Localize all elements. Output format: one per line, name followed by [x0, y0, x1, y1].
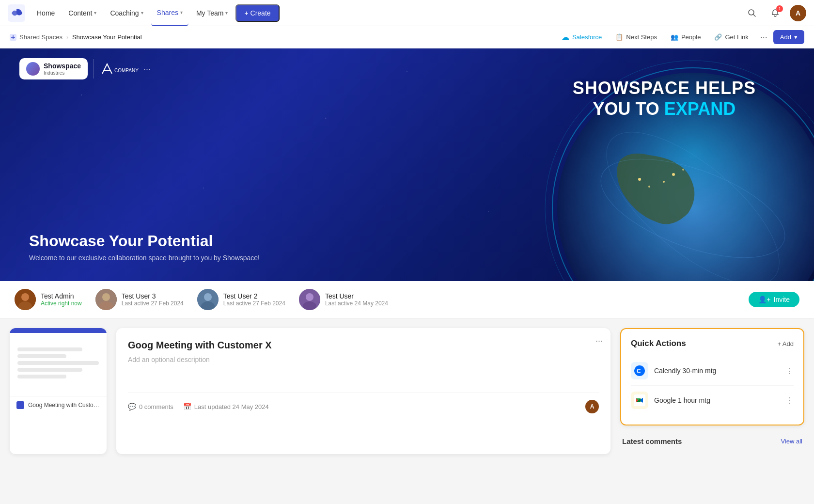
- calendar-icon: 📅: [183, 403, 191, 410]
- add-dropdown-arrow: ▾: [794, 33, 798, 41]
- user-avatar[interactable]: A: [790, 5, 806, 21]
- hero-title: Showcase Your Potential: [29, 232, 260, 250]
- view-all-button[interactable]: View all: [781, 438, 802, 445]
- more-actions-button[interactable]: ···: [756, 29, 771, 45]
- doc-line-3: [17, 361, 99, 365]
- doc-lines: [17, 347, 99, 381]
- showspace-logo: Showspace Industries: [19, 58, 88, 79]
- doc-footer-text: Goog Meeting with Customer ...: [28, 402, 100, 409]
- doc-line-5: [17, 375, 66, 378]
- main-content: Goog Meeting with Customer ... ··· Goog …: [0, 318, 814, 464]
- svg-point-16: [21, 293, 29, 301]
- user-status-user2: Last active 27 Feb 2024: [223, 300, 285, 307]
- get-link-button[interactable]: 🔗 Get Link: [708, 31, 754, 44]
- hero-tagline: SHOWSPACE HELPS YOU TO EXPAND: [573, 78, 756, 119]
- hero-banner: Showspace Industries COMPANY ··· SHOWSPA…: [0, 48, 814, 281]
- invite-button[interactable]: 👤+ Invite: [749, 292, 799, 307]
- qa-item-google-options[interactable]: ⋮: [786, 396, 794, 405]
- hero-tagline-accent: EXPAND: [664, 99, 736, 119]
- doc-title: Goog Meeting with Customer X: [128, 340, 599, 351]
- user-info-user3: Test User 3 Last active 27 Feb 2024: [122, 292, 184, 307]
- doc-line-2: [17, 354, 66, 358]
- user-info-user: Test User Last active 24 May 2024: [325, 292, 388, 307]
- svg-point-10: [638, 178, 641, 181]
- user-item-user: Test User Last active 24 May 2024: [299, 289, 388, 310]
- users-bar: Test Admin Active right now Test User 3 …: [0, 281, 814, 318]
- svg-point-12: [663, 181, 665, 183]
- svg-point-1: [749, 10, 754, 15]
- doc-comments-count: 0 comments: [139, 403, 173, 410]
- myteam-dropdown-arrow: ▾: [225, 10, 228, 16]
- people-button[interactable]: 👥 People: [665, 31, 706, 44]
- svg-text:C: C: [637, 368, 641, 375]
- qa-item-calendly-options[interactable]: ⋮: [786, 366, 794, 376]
- breadcrumb-bar: Shared Spaces › Showcase Your Potential …: [0, 26, 814, 48]
- salesforce-button[interactable]: ☁ Salesforce: [556, 30, 608, 45]
- nav-item-home[interactable]: Home: [31, 0, 61, 26]
- app-logo[interactable]: [8, 4, 25, 22]
- user-status-user: Last active 24 May 2024: [325, 300, 388, 307]
- user-avatar-admin[interactable]: [15, 289, 36, 310]
- doc-thumbnail-header: [10, 328, 107, 333]
- qa-item-calendly: C Calendly 30-min mtg ⋮: [631, 356, 794, 386]
- breadcrumb-actions: ☁ Salesforce 📋 Next Steps 👥 People 🔗 Get…: [556, 29, 804, 45]
- logo-circle: [26, 62, 40, 76]
- top-navigation: Home Content ▾ Coaching ▾ Shares ▾ My Te…: [0, 0, 814, 26]
- svg-text:COMPANY: COMPANY: [114, 68, 139, 73]
- company-logo-svg: COMPANY: [100, 62, 139, 76]
- hero-text-area: Showcase Your Potential Welcome to our e…: [29, 232, 260, 262]
- quick-actions-panel: Quick Actions + Add C Calendly 30-min mt…: [620, 328, 804, 454]
- doc-thumbnail-card: Goog Meeting with Customer ...: [10, 328, 107, 454]
- logo-sub: Industries: [44, 70, 81, 76]
- invite-icon: 👤+: [758, 296, 770, 303]
- doc-options-button[interactable]: ···: [595, 336, 603, 346]
- qa-item-google-label: Google 1 hour mtg: [654, 396, 780, 404]
- qa-header: Quick Actions + Add: [631, 339, 794, 348]
- create-button[interactable]: + Create: [235, 4, 279, 22]
- nav-item-shares[interactable]: Shares ▾: [151, 0, 188, 26]
- salesforce-icon: ☁: [562, 32, 569, 42]
- user-name-user2: Test User 2: [223, 292, 285, 300]
- qa-title: Quick Actions: [631, 339, 686, 348]
- user-name-user3: Test User 3: [122, 292, 184, 300]
- svg-point-13: [672, 173, 675, 176]
- user-avatar-user[interactable]: [299, 289, 320, 310]
- doc-thumbnail-footer: Goog Meeting with Customer ...: [10, 396, 107, 414]
- doc-meta: 💬 0 comments 📅 Last updated 24 May 2024 …: [128, 393, 599, 413]
- nav-item-myteam[interactable]: My Team ▾: [190, 0, 234, 26]
- qa-item-google: Google 1 hour mtg ⋮: [631, 386, 794, 415]
- nav-item-content[interactable]: Content ▾: [63, 0, 102, 26]
- doc-line-1: [17, 347, 82, 351]
- latest-comments-section: Latest comments View all: [620, 435, 804, 447]
- qa-add-button[interactable]: + Add: [777, 340, 794, 347]
- next-steps-button[interactable]: 📋 Next Steps: [610, 31, 663, 44]
- user-avatar-user2[interactable]: [197, 289, 219, 310]
- hero-more-button[interactable]: ···: [143, 64, 151, 74]
- user-item-user3: Test User 3 Last active 27 Feb 2024: [95, 289, 184, 310]
- company-logo: COMPANY ···: [100, 62, 151, 76]
- add-button[interactable]: Add ▾: [773, 30, 804, 44]
- search-button[interactable]: [743, 4, 761, 22]
- link-icon: 🔗: [714, 33, 722, 41]
- logo-divider: [94, 59, 94, 79]
- doc-footer-icon: [16, 401, 24, 409]
- breadcrumb-shared-spaces[interactable]: Shared Spaces: [10, 33, 63, 41]
- doc-detail-card: ··· Goog Meeting with Customer X Add an …: [116, 328, 610, 454]
- notifications-button[interactable]: 1: [767, 4, 784, 22]
- hero-logo-area: Showspace Industries COMPANY ···: [19, 58, 151, 79]
- notification-count-badge: 1: [776, 5, 783, 12]
- user-info-admin: Test Admin Active right now: [41, 292, 82, 307]
- user-avatar-user3[interactable]: [95, 289, 117, 310]
- nav-item-coaching[interactable]: Coaching ▾: [104, 0, 149, 26]
- content-dropdown-arrow: ▾: [94, 10, 96, 16]
- doc-date-meta: 📅 Last updated 24 May 2024: [183, 403, 269, 410]
- next-steps-icon: 📋: [615, 33, 623, 41]
- doc-thumbnail-body: [10, 333, 107, 396]
- google-icon: [631, 392, 648, 409]
- qa-item-calendly-label: Calendly 30-min mtg: [654, 367, 780, 375]
- breadcrumb-current: Showcase Your Potential: [72, 33, 142, 41]
- quick-actions-card: Quick Actions + Add C Calendly 30-min mt…: [620, 328, 804, 425]
- doc-comments-meta: 💬 0 comments: [128, 403, 173, 410]
- doc-author-avatar: A: [585, 400, 599, 413]
- doc-line-4: [17, 368, 82, 372]
